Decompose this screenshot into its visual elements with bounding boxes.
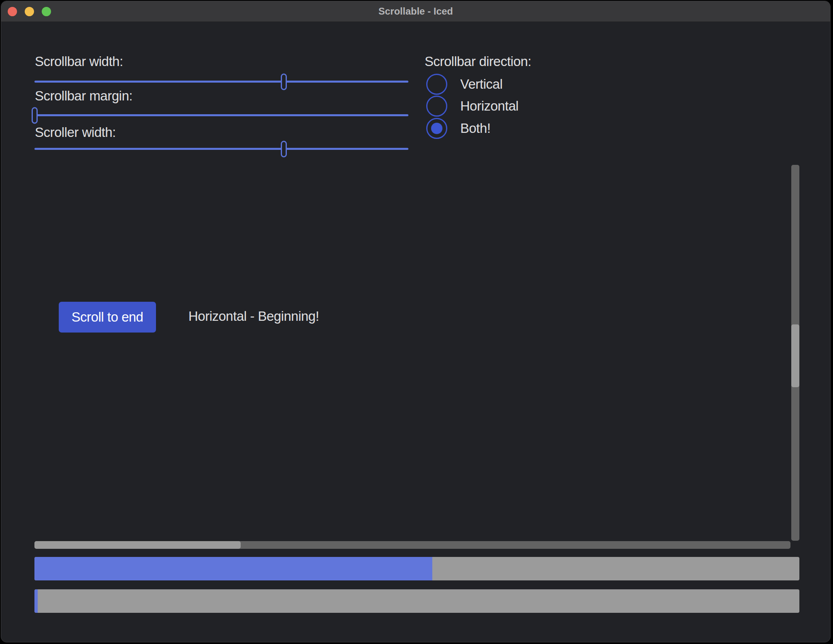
close-window-button[interactable] [8, 7, 17, 16]
scrollbar-margin-label: Scrollbar margin: [35, 89, 132, 103]
radio-horizontal-circle[interactable] [426, 96, 447, 117]
vertical-scrollbar-track[interactable] [791, 165, 799, 541]
horizontal-scrollbar-track[interactable] [34, 541, 790, 549]
vertical-progress-bar [34, 589, 799, 613]
radio-both-circle[interactable] [426, 118, 447, 139]
radio-horizontal[interactable]: Horizontal [426, 95, 519, 117]
radio-vertical-circle[interactable] [426, 74, 447, 95]
radio-vertical-label: Vertical [460, 77, 502, 92]
minimize-window-button[interactable] [25, 7, 34, 16]
horizontal-progress-fill [34, 557, 432, 580]
scrollbar-direction-label: Scrollbar direction: [425, 54, 531, 69]
scroller-width-slider[interactable] [34, 148, 408, 150]
scrollbar-margin-slider-handle[interactable] [32, 107, 38, 124]
scroller-width-label: Scroller width: [35, 125, 116, 140]
window-controls [8, 1, 51, 21]
window-title: Scrollable - Iced [378, 6, 453, 17]
scrollbar-width-slider-handle[interactable] [281, 73, 287, 90]
scroll-to-end-button[interactable]: Scroll to end [59, 302, 156, 333]
zoom-window-button[interactable] [42, 7, 51, 16]
radio-both[interactable]: Both! [426, 117, 491, 139]
scrollbar-width-label: Scrollbar width: [35, 54, 123, 69]
horizontal-scrollbar-thumb[interactable] [34, 541, 241, 549]
radio-both-dot [431, 123, 442, 134]
app-window: Scrollable - Iced Scrollbar width: Scrol… [1, 1, 831, 642]
radio-horizontal-label: Horizontal [460, 98, 519, 114]
scroll-status-text: Horizontal - Beginning! [188, 309, 319, 324]
scrollbar-width-slider[interactable] [34, 81, 408, 83]
scroller-width-slider-handle[interactable] [281, 141, 287, 157]
titlebar: Scrollable - Iced [1, 1, 830, 22]
screen: Scrollable - Iced Scrollbar width: Scrol… [0, 0, 833, 644]
radio-both-label: Both! [460, 121, 491, 136]
radio-vertical[interactable]: Vertical [426, 73, 502, 95]
vertical-scrollbar-thumb[interactable] [791, 324, 799, 387]
scrollbar-margin-slider[interactable] [34, 114, 408, 116]
vertical-progress-fill [34, 589, 38, 613]
horizontal-progress-bar [34, 557, 799, 580]
